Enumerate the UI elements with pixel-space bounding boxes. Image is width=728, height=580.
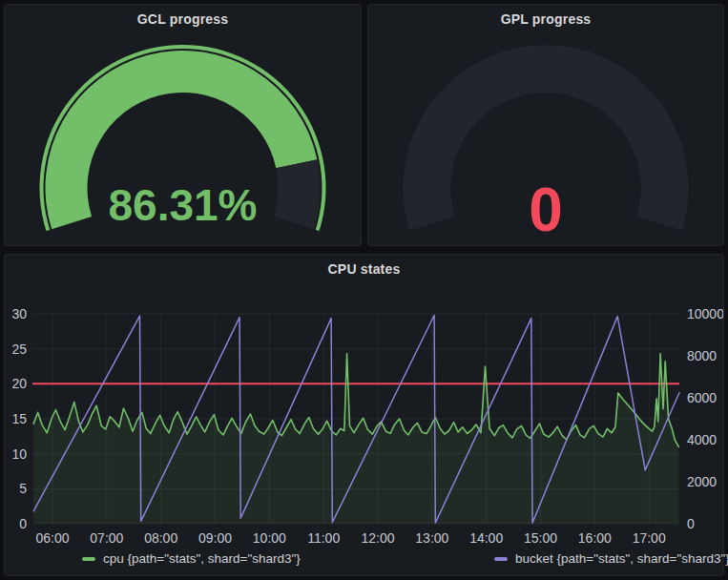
y-axis-left-tick-label: 25 — [11, 342, 27, 357]
y-axis-left-tick-label: 5 — [19, 481, 27, 496]
panel-title-gcl[interactable]: GCL progress — [5, 11, 361, 27]
x-axis-tick-label: 13:00 — [415, 530, 448, 546]
legend-item-cpu[interactable]: cpu {path="stats", shard="shard3"} — [82, 551, 301, 566]
cpu-states-chart[interactable]: 051015202530020004000600080001000006:000… — [5, 255, 723, 575]
x-axis-tick-label: 11:00 — [307, 530, 340, 546]
y-axis-left-tick-label: 20 — [11, 376, 27, 391]
x-axis-tick-label: 15:00 — [524, 530, 557, 546]
x-axis-tick-label: 10:00 — [253, 530, 286, 546]
y-axis-left-tick-label: 10 — [11, 446, 27, 462]
y-axis-left-tick-label: 15 — [11, 411, 27, 426]
y-axis-left-tick-label: 0 — [19, 516, 27, 531]
x-axis-tick-label: 08:00 — [144, 530, 177, 546]
y-axis-left-tick-label: 30 — [11, 306, 27, 321]
x-axis-tick-label: 14:00 — [469, 530, 503, 546]
x-axis-tick-label: 17:00 — [633, 530, 666, 546]
y-axis-right-tick-label: 10000 — [687, 306, 723, 321]
legend-label-cpu: cpu {path="stats", shard="shard3"} — [103, 551, 301, 566]
x-axis-tick-label: 16:00 — [578, 530, 612, 546]
x-axis-tick-label: 07:00 — [90, 530, 123, 546]
y-axis-right-tick-label: 8000 — [687, 348, 717, 363]
x-axis-tick-label: 06:00 — [36, 530, 70, 546]
panel-title-gpl[interactable]: GPL progress — [368, 11, 723, 27]
panel-gcl-progress: GCL progress 86.31% — [4, 4, 362, 246]
cpu-series-color-marker — [82, 557, 95, 561]
x-axis-tick-label: 09:00 — [198, 530, 232, 546]
bucket-series-color-marker — [494, 557, 508, 561]
legend-label-bucket: bucket {path="stats", shard="shard3"} — [515, 551, 728, 566]
y-axis-right-tick-label: 6000 — [687, 390, 717, 405]
gpl-gauge-value: 0 — [368, 179, 723, 240]
y-axis-right-tick-label: 2000 — [687, 474, 717, 489]
panel-title-cpu-states[interactable]: CPU states — [5, 261, 723, 277]
y-axis-right-tick-label: 4000 — [687, 432, 717, 447]
x-axis-tick-label: 12:00 — [361, 530, 394, 546]
panel-gpl-progress: GPL progress 0 — [367, 4, 724, 246]
panel-cpu-states: CPU states 05101520253002000400060008000… — [4, 254, 724, 576]
legend-item-bucket[interactable]: bucket {path="stats", shard="shard3"} — [494, 551, 728, 566]
y-axis-right-tick-label: 0 — [687, 516, 695, 531]
gcl-gauge-value: 86.31% — [5, 183, 361, 227]
